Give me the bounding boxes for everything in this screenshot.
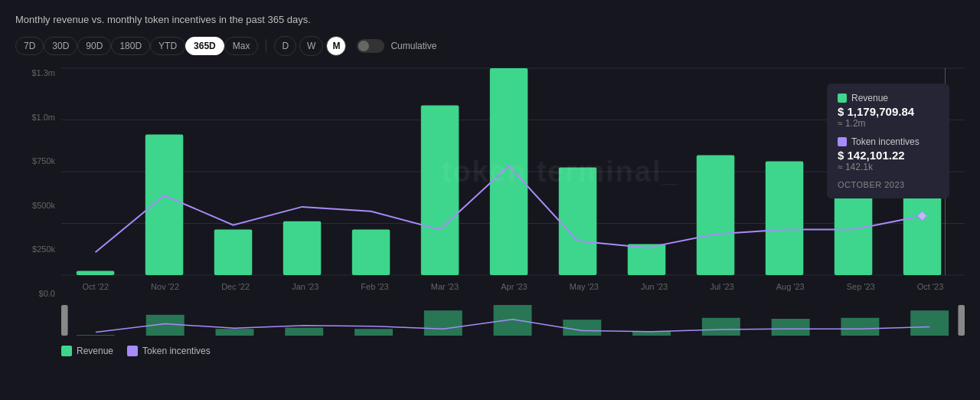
svg-rect-17 [841,318,879,336]
bar-may--23 [559,168,597,275]
bar-jan--23 [283,221,322,275]
x-label: Apr '23 [501,282,528,291]
cumulative-toggle-container: Cumulative [357,39,436,53]
time-buttons-group: 7D30D90D180DYTD365DMax [15,37,258,55]
revenue-legend-item: Revenue [61,346,113,356]
granularity-buttons-group: DWM [274,36,346,56]
bar-aug--23 [766,162,804,276]
x-label: Oct '23 [917,282,944,291]
cumulative-label: Cumulative [390,41,436,51]
svg-rect-10 [354,329,393,336]
x-label: Sep '23 [847,282,875,291]
x-label: Jul '23 [710,282,733,291]
controls-bar: 7D30D90D180DYTD365DMax DWM Cumulative [15,36,965,56]
x-label: Nov '22 [151,282,179,291]
separator [266,39,266,53]
svg-rect-11 [424,310,462,336]
tooltip: Revenue $ 1,179,709.84 ≈ 1.2m Token ince… [827,84,949,198]
time-btn-30d[interactable]: 30D [44,37,77,55]
tooltip-revenue-legend-label: Revenue [851,93,888,103]
x-label: May '23 [570,282,599,291]
bar-nov--22 [145,134,184,275]
time-btn-365d[interactable]: 365D [185,37,224,55]
tooltip-token-legend-label: Token incentives [851,136,920,147]
svg-rect-18 [910,310,949,336]
tooltip-revenue-value: $ 1,179,709.84 [838,105,939,118]
tooltip-token-dot [838,137,847,146]
toggle-knob [358,41,369,51]
svg-rect-13 [563,320,601,336]
tooltip-token-approx: ≈ 142.1k [838,162,939,172]
svg-rect-15 [702,318,740,336]
x-label: Oct '22 [83,282,109,291]
chart-wrapper: $1.3m$1.0m$750k$500k$250k$0.0 token term… [15,68,965,356]
main-chart-area: $1.3m$1.0m$750k$500k$250k$0.0 token term… [15,68,965,298]
bar-feb--23 [352,230,390,275]
revenue-legend-color [61,346,72,356]
x-label: Jun '23 [641,282,668,291]
bar-apr--23 [490,68,528,275]
tooltip-token-value: $ 142,101.22 [838,149,939,162]
chart-container: Monthly revenue vs. monthly token incent… [0,0,980,400]
svg-rect-12 [494,305,532,336]
y-label: $1.0m [31,113,55,122]
svg-rect-8 [216,329,254,336]
cumulative-toggle[interactable] [357,39,384,53]
token-legend-color [127,346,138,356]
x-label: Mar '23 [431,282,459,291]
token-legend-item: Token incentives [127,346,211,356]
chart-title: Monthly revenue vs. monthly token incent… [15,14,965,25]
bar-mar--23 [421,106,459,275]
x-label: Aug '23 [776,282,805,291]
svg-rect-20 [958,305,965,336]
mini-svg [15,301,965,339]
x-label: Dec '22 [221,282,250,291]
tooltip-token-legend: Token incentives [838,136,939,147]
gran-btn-w[interactable]: W [299,36,323,56]
tooltip-revenue-approx: ≈ 1.2m [838,118,939,129]
time-btn-90d[interactable]: 90D [77,37,111,55]
legend-bar: Revenue Token incentives [15,346,965,356]
time-btn-ytd[interactable]: YTD [150,37,185,55]
bar-jul--23 [697,155,735,275]
time-btn-180d[interactable]: 180D [111,37,150,55]
y-label: $750k [32,156,55,166]
tooltip-token-row: Token incentives $ 142,101.22 ≈ 142.1k [838,136,939,172]
svg-rect-16 [772,319,810,336]
svg-rect-6 [77,335,115,336]
tooltip-date: OCTOBER 2023 [838,180,939,189]
tooltip-revenue-legend: Revenue [838,93,939,103]
y-axis: $1.3m$1.0m$750k$500k$250k$0.0 [15,68,61,298]
mini-chart [15,301,965,339]
time-btn-7d[interactable]: 7D [15,37,44,55]
svg-rect-9 [285,328,323,336]
x-axis: Oct '22Nov '22Dec '22Jan '23Feb '23Mar '… [61,275,965,298]
y-label: $0.0 [39,289,55,298]
bar-dec--22 [214,230,253,275]
x-label: Feb '23 [361,282,388,291]
gran-btn-d[interactable]: D [274,36,296,56]
y-label: $250k [32,244,55,254]
gran-btn-m[interactable]: M [326,36,346,56]
tooltip-revenue-row: Revenue $ 1,179,709.84 ≈ 1.2m [838,93,939,129]
token-legend-label: Token incentives [142,346,211,356]
revenue-legend-label: Revenue [77,346,113,356]
tooltip-revenue-dot [838,93,847,103]
y-label: $500k [32,201,55,210]
x-label: Jan '23 [292,282,318,291]
svg-rect-19 [61,305,68,336]
y-label: $1.3m [31,68,55,77]
time-btn-max[interactable]: Max [224,37,259,55]
bar-jun--23 [628,244,666,276]
